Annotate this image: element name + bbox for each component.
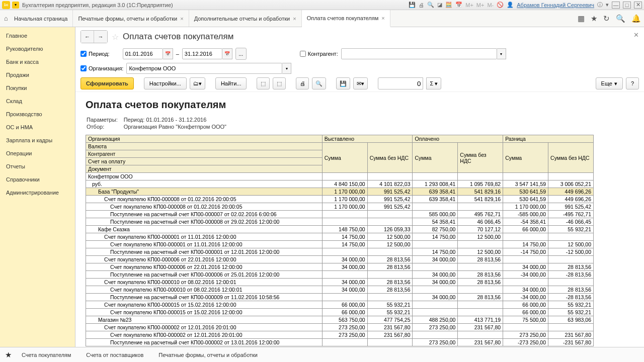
close-window-button[interactable]: ✕ <box>634 2 642 9</box>
org-dropdown-button[interactable]: ▾ <box>282 63 291 74</box>
sidebar-item[interactable]: Операции <box>0 147 75 160</box>
sidebar-item[interactable]: Администрирование <box>0 186 75 199</box>
tab[interactable]: ⌂Начальная страница <box>0 10 73 27</box>
table-row[interactable]: Счет покупателю КП00-000015 от 15.02.201… <box>86 309 594 316</box>
nav-forward-button[interactable]: → <box>94 31 107 43</box>
email-button[interactable]: ✉▾ <box>353 77 368 89</box>
print-icon[interactable]: 🖨 <box>419 2 424 8</box>
table-row[interactable]: Конфетпром ООО <box>86 173 594 180</box>
more-button[interactable]: Еще ▾ <box>596 77 623 89</box>
table-row[interactable]: Поступление на расчетный счет КП00-00000… <box>86 339 594 346</box>
minimize-button[interactable]: — <box>612 2 620 9</box>
org-checkbox[interactable] <box>80 65 87 71</box>
counterparty-checkbox-label[interactable]: Контрагент: <box>300 51 338 57</box>
tab-close-icon[interactable]: × <box>381 15 384 21</box>
save-button[interactable]: 💾 <box>336 77 350 89</box>
tab-close-icon[interactable]: × <box>293 16 296 22</box>
help-button[interactable]: ? <box>626 77 639 89</box>
user-avatar-icon[interactable]: 👤 <box>507 2 514 8</box>
sidebar-item[interactable]: Продажи <box>0 68 75 81</box>
favorite-toggle-icon[interactable]: ☆ <box>112 32 119 42</box>
table-row[interactable]: Счет покупателю КП00-000010 от 08.02.201… <box>86 279 594 286</box>
notifications-bell-icon[interactable]: 🔔 <box>631 14 641 23</box>
settings-button[interactable]: Настройки... <box>144 77 187 89</box>
info-icon[interactable]: ⓘ <box>597 1 603 9</box>
print-preview-button[interactable]: 🔍 <box>312 77 326 89</box>
table-row[interactable]: Счет покупателю КП00-000010 от 08.02.201… <box>86 286 594 294</box>
compare-icon[interactable]: ◪ <box>437 2 442 8</box>
table-row[interactable]: Поступление на расчетный счет КП00-00000… <box>86 294 594 301</box>
preview-icon[interactable]: 🔍 <box>427 2 434 8</box>
counterparty-input[interactable] <box>341 48 497 59</box>
table-row[interactable]: Кафе Сказка148 750,00126 059,3382 750,00… <box>86 226 594 233</box>
clear-icon[interactable]: 🚫 <box>497 2 504 8</box>
table-row[interactable]: Счет покупателю КП00-000002 от 12.01.201… <box>86 331 594 339</box>
m-minus-icon[interactable]: M- <box>487 2 494 8</box>
sum-input[interactable] <box>378 77 423 89</box>
tab[interactable]: Печатные формы, отчеты и обработки× <box>73 10 189 27</box>
table-row[interactable]: Поступление на расчетный счет КП00-00000… <box>86 271 594 279</box>
app-menu-dropdown[interactable]: ▾ <box>12 2 19 9</box>
form-button[interactable]: Сформировать <box>80 77 134 89</box>
sidebar-item[interactable]: Справочники <box>0 173 75 186</box>
counterparty-checkbox[interactable] <box>300 51 306 57</box>
print-button[interactable]: 🖨 <box>296 77 309 89</box>
sidebar-item[interactable]: Производство <box>0 108 75 121</box>
dropdown-icon[interactable]: ▾ <box>606 2 609 8</box>
taskbar-link[interactable]: Счета покупателям <box>22 352 71 358</box>
org-checkbox-label[interactable]: Организация: <box>80 65 123 71</box>
period-checkbox-label[interactable]: Период: <box>80 51 110 57</box>
nav-back-button[interactable]: ← <box>81 31 94 43</box>
sidebar-item[interactable]: Главное <box>0 29 75 42</box>
user-name-link[interactable]: Абрамов Геннадий Сергеевич <box>517 2 594 8</box>
tab[interactable]: Оплата счетов покупателям× <box>302 10 390 27</box>
table-row[interactable]: Магазин №23563 750,00477 754,25488 250,0… <box>86 316 594 324</box>
sidebar-item[interactable]: Руководителю <box>0 42 75 55</box>
sidebar-item[interactable]: ОС и НМА <box>0 121 75 134</box>
date-from-input[interactable] <box>123 48 163 59</box>
search-icon[interactable]: 🔍 <box>616 14 625 23</box>
tab-close-icon[interactable]: × <box>180 16 183 22</box>
sidebar-item[interactable]: Покупки <box>0 81 75 95</box>
taskbar-star-icon[interactable]: ★ <box>5 350 12 359</box>
m-plus2-icon[interactable]: M+ <box>476 2 485 8</box>
date-to-input[interactable] <box>182 48 222 59</box>
apps-grid-icon[interactable]: ▦ <box>578 14 585 23</box>
report-area[interactable]: Оплата счетов покупателям Параметры:Пери… <box>75 92 644 347</box>
table-row[interactable]: Счет покупателю КП00-000008 от 01.02.201… <box>86 196 594 203</box>
sidebar-item[interactable]: Банк и касса <box>0 55 75 68</box>
table-row[interactable]: Счет покупателю КП00-000006 от 22.01.201… <box>86 256 594 263</box>
counterparty-dropdown-button[interactable]: ▾ <box>497 48 506 59</box>
save-icon[interactable]: 💾 <box>409 2 416 8</box>
table-row[interactable]: Счет покупателю КП00-000008 от 01.02.201… <box>86 203 594 211</box>
table-row[interactable]: руб.4 840 150,004 101 822,031 293 008,41… <box>86 180 594 188</box>
expand-button[interactable]: ⬚ <box>257 77 270 89</box>
calc-icon[interactable]: 🧮 <box>445 2 452 8</box>
table-row[interactable]: Счет покупателю КП00-000015 от 15.02.201… <box>86 301 594 309</box>
table-row[interactable]: Поступление на расчетный счет КП00-00000… <box>86 211 594 218</box>
date-from-picker-button[interactable]: 📅 <box>163 48 173 59</box>
sidebar-item[interactable]: Склад <box>0 95 75 108</box>
settings-variant-button[interactable]: 🗂▾ <box>190 77 205 89</box>
favorites-star-icon[interactable]: ★ <box>591 14 597 23</box>
table-row[interactable]: Счет покупателю КП00-000006 от 22.01.201… <box>86 263 594 271</box>
table-row[interactable]: Поступление на расчетный счет КП00-00000… <box>86 218 594 226</box>
history-icon[interactable]: ↻ <box>603 14 610 23</box>
table-row[interactable]: Счет покупателю КП00-000001 от 11.01.201… <box>86 241 594 248</box>
calendar-icon[interactable]: 📅 <box>455 2 462 8</box>
table-row[interactable]: Поступление на расчетный счет КП00-00000… <box>86 248 594 256</box>
table-row[interactable]: Счет покупателю КП00-000002 от 12.01.201… <box>86 324 594 331</box>
date-to-picker-button[interactable]: 📅 <box>222 48 232 59</box>
tab[interactable]: Дополнительные отчеты и обработки× <box>189 10 302 27</box>
maximize-button[interactable]: □ <box>623 2 631 9</box>
period-ellipsis-button[interactable]: ... <box>235 48 247 60</box>
taskbar-link[interactable]: Счета от поставщиков <box>86 352 143 358</box>
table-row[interactable]: Счет покупателю КП00-000001 от 11.01.201… <box>86 233 594 241</box>
sidebar-item[interactable]: Отчеты <box>0 160 75 173</box>
table-row[interactable]: База "Продукты"1 170 000,00991 525,42639… <box>86 188 594 196</box>
sum-button[interactable]: Σ ▾ <box>426 77 441 89</box>
sidebar-item[interactable]: Зарплата и кадры <box>0 134 75 147</box>
find-button[interactable]: Найти... <box>215 77 247 89</box>
close-page-button[interactable]: ✕ <box>633 31 639 39</box>
org-input[interactable] <box>126 63 282 74</box>
